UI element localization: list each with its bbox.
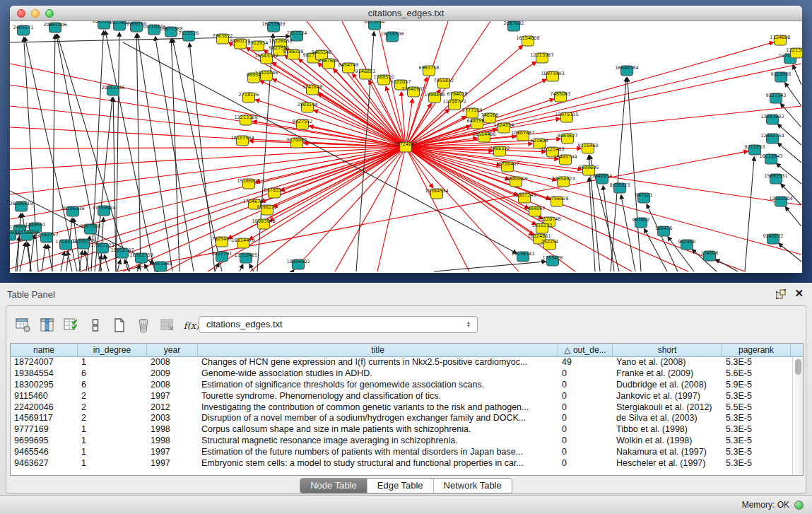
- tab-edge-table[interactable]: Edge Table: [367, 479, 434, 493]
- delete-column-icon[interactable]: [135, 317, 152, 334]
- graph-node[interactable]: 19384554: [425, 188, 448, 199]
- graph-node[interactable]: 12213987: [530, 52, 553, 63]
- row-selection-icon[interactable]: [63, 317, 80, 334]
- table-row[interactable]: 911546021997Tourette syndrome. Phenomeno…: [11, 391, 803, 402]
- graph-node[interactable]: 19218506: [380, 31, 404, 42]
- graph-node[interactable]: 8186328: [283, 49, 304, 59]
- graph-node[interactable]: 2405571: [13, 25, 34, 35]
- graph-node[interactable]: 8912934: [248, 40, 269, 51]
- network-view-window[interactable]: citations_edges.txt 18724007240557120691…: [10, 6, 802, 273]
- column-header-title[interactable]: title: [198, 344, 558, 356]
- graph-node[interactable]: 16033809: [261, 21, 285, 32]
- graph-node[interactable]: 12444154: [760, 133, 784, 144]
- table-row[interactable]: 1830029562008Estimation of significance …: [11, 380, 803, 391]
- table-row[interactable]: 1938455462009Genome-wide association stu…: [11, 368, 803, 380]
- graph-node[interactable]: 10924502: [286, 259, 310, 269]
- graph-node[interactable]: 9115460: [578, 143, 599, 153]
- graph-node[interactable]: 992450: [678, 239, 696, 250]
- close-window-icon[interactable]: [17, 9, 25, 18]
- graph-node[interactable]: 98934: [247, 72, 261, 83]
- graph-node[interactable]: 18107554: [230, 135, 254, 146]
- graph-node[interactable]: 13718485: [234, 252, 257, 263]
- graph-node[interactable]: 8427552: [293, 119, 313, 129]
- table-vertical-scrollbar[interactable]: [792, 358, 803, 475]
- delete-table-icon[interactable]: [159, 317, 176, 334]
- tab-node-table[interactable]: Node Table: [300, 479, 367, 493]
- column-header-in_degree[interactable]: in_degree: [78, 344, 147, 356]
- graph-node[interactable]: 12103504: [769, 196, 792, 206]
- graph-node[interactable]: 9463627: [558, 133, 578, 144]
- column-header-short[interactable]: short: [613, 344, 722, 356]
- minimize-window-icon[interactable]: [31, 9, 40, 18]
- graph-node[interactable]: 7986322: [490, 146, 510, 156]
- graph-node[interactable]: 10688609: [504, 176, 527, 187]
- graph-node[interactable]: 9146821: [355, 69, 376, 79]
- graph-node[interactable]: 109456: [655, 226, 673, 236]
- column-header-out_de[interactable]: △ out_de...: [558, 344, 613, 356]
- graph-node[interactable]: 20053346: [101, 85, 124, 95]
- table-row[interactable]: 977716911998Corpus callosum shape and si…: [11, 424, 803, 436]
- table-selector-combo[interactable]: citations_edges.txt ▲▼: [199, 316, 478, 333]
- graph-node[interactable]: 15692931: [764, 173, 787, 184]
- table-row[interactable]: 2242004622012Investigating the contribut…: [11, 402, 803, 414]
- graph-node[interactable]: 9245022: [763, 233, 784, 244]
- graph-node[interactable]: 993892: [632, 217, 650, 228]
- graph-node[interactable]: 16210643: [759, 153, 782, 164]
- graph-node[interactable]: 10973493: [541, 71, 564, 81]
- scrollbar-thumb[interactable]: [795, 359, 801, 375]
- graph-node[interactable]: 8878335: [264, 187, 285, 198]
- graph-node[interactable]: 26206519: [10, 201, 33, 211]
- graph-node[interactable]: 9198222: [257, 204, 278, 215]
- zoom-window-icon[interactable]: [45, 9, 54, 18]
- graph-node[interactable]: 9170062: [287, 137, 307, 148]
- graph-node[interactable]: 15720407: [495, 161, 519, 172]
- graph-node[interactable]: 9484067: [525, 206, 546, 216]
- float-panel-icon[interactable]: [775, 288, 787, 300]
- graph-node[interactable]: 7515526: [179, 30, 199, 41]
- graph-node[interactable]: 16543382: [254, 53, 278, 64]
- column-visibility-icon[interactable]: [39, 317, 56, 334]
- graph-node[interactable]: 124506: [701, 250, 719, 261]
- graph-node[interactable]: 12093832: [760, 114, 784, 124]
- close-panel-icon[interactable]: ✕: [794, 287, 804, 300]
- graph-node[interactable]: 19756928: [545, 196, 568, 206]
- graph-node[interactable]: 6961758: [419, 65, 440, 76]
- graph-node[interactable]: 9329966: [771, 71, 792, 82]
- graph-node[interactable]: 19136141: [511, 251, 534, 262]
- graph-node[interactable]: 16093948: [252, 218, 275, 229]
- table-row[interactable]: 969969511998Structural magnetic resonanc…: [11, 436, 803, 447]
- graph-node[interactable]: 2967608: [319, 58, 339, 69]
- graph-node[interactable]: 2803144: [298, 102, 318, 112]
- network-canvas[interactable]: 1872400724055712069140610653287152760269…: [10, 21, 802, 272]
- graph-node[interactable]: 1733426: [543, 255, 563, 266]
- graph-node[interactable]: 18807249: [512, 192, 536, 203]
- graph-node[interactable]: 20691406: [43, 22, 66, 33]
- table-mode-icon[interactable]: [15, 317, 32, 334]
- column-header-name[interactable]: name: [11, 344, 78, 356]
- graph-node[interactable]: 16914479: [231, 238, 254, 248]
- new-column-icon[interactable]: [111, 317, 128, 334]
- table-row[interactable]: 946362711997Embryonic stem cells: a mode…: [11, 458, 803, 469]
- graph-node[interactable]: 12975115: [555, 112, 578, 122]
- graph-node[interactable]: 647521: [635, 192, 653, 203]
- graph-node[interactable]: 7955812: [434, 78, 454, 88]
- graph-node[interactable]: 9227343: [766, 93, 787, 103]
- function-builder-icon[interactable]: f(x): [183, 317, 200, 334]
- tab-network-table[interactable]: Network Table: [434, 479, 512, 493]
- graph-node[interactable]: 8938923: [610, 182, 630, 193]
- table-row[interactable]: 946554611997Estimation of the future num…: [11, 447, 803, 458]
- table-row[interactable]: 1456911722003Disruption of a novel membe…: [11, 413, 803, 424]
- graph-node[interactable]: 1990448: [425, 92, 445, 103]
- rows-icon[interactable]: [87, 317, 104, 334]
- network-window-titlebar[interactable]: citations_edges.txt: [10, 6, 802, 21]
- graph-node[interactable]: 2718126: [239, 92, 259, 103]
- graph-node[interactable]: 18495794: [553, 154, 577, 165]
- graph-node[interactable]: 746266: [481, 112, 499, 123]
- graph-node[interactable]: 8813054: [365, 21, 385, 30]
- graph-node[interactable]: 16648784: [615, 65, 638, 76]
- column-header-year[interactable]: year: [147, 344, 198, 356]
- column-header-pagerank[interactable]: pagerank: [722, 344, 791, 356]
- table-row[interactable]: 1872400712008Changes of HCN gene express…: [11, 357, 803, 368]
- graph-node[interactable]: 9457791: [212, 251, 233, 262]
- graph-node[interactable]: 2087682: [504, 21, 524, 31]
